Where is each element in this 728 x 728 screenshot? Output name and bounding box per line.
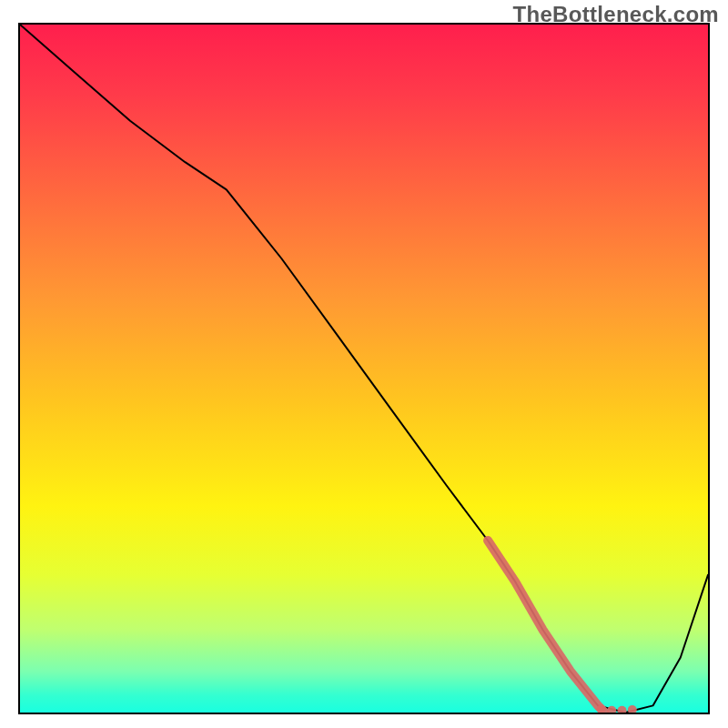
highlight-dot: [607, 706, 616, 713]
watermark-text: TheBottleneck.com: [513, 2, 719, 27]
highlight-segment: [488, 541, 605, 713]
plot-frame: [18, 23, 710, 714]
bottleneck-curve: [20, 25, 708, 713]
highlight-dot: [628, 705, 637, 713]
curve-layer: [20, 25, 708, 713]
highlight-dot: [618, 706, 627, 713]
highlight-dots: [597, 704, 637, 713]
chart-stage: TheBottleneck.com: [0, 0, 728, 728]
